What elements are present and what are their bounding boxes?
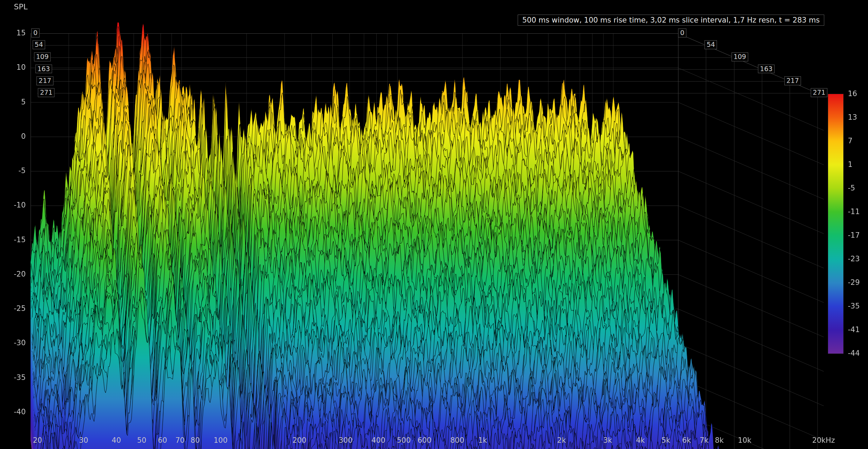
time-tick-label-right: 163: [758, 65, 775, 74]
time-tick-label-right: 109: [732, 52, 748, 61]
colorbar-tick-label: 13: [848, 113, 857, 122]
colorbar-tick-label: 1: [848, 160, 852, 169]
spl-tick-label: -20: [0, 270, 26, 279]
freq-tick-label: 20: [22, 436, 53, 445]
spl-tick-label: -15: [0, 235, 26, 244]
freq-tick-label: 100: [205, 436, 236, 445]
time-tick-label-right: 54: [704, 40, 717, 49]
spl-tick-label: -35: [0, 373, 26, 382]
measurement-settings-box: 500 ms window, 100 ms rise time, 3,02 ms…: [518, 15, 824, 26]
spl-tick-label: -5: [0, 166, 26, 175]
time-tick-label-left: 163: [35, 65, 52, 74]
spl-tick-label: 10: [0, 63, 26, 72]
colorbar-tick-label: -17: [848, 231, 860, 240]
colorbar-tick-label: 7: [848, 136, 852, 145]
freq-tick-label: 30: [68, 436, 99, 445]
colorbar: [828, 94, 843, 354]
time-tick-label-left: 0: [31, 28, 40, 37]
freq-tick-label: 3k: [592, 436, 623, 445]
spl-tick-label: -40: [0, 407, 26, 416]
freq-tick-label: 10k: [729, 436, 760, 445]
time-tick-label-right: 217: [784, 76, 801, 85]
colorbar-tick-label: -35: [848, 302, 860, 311]
spl-axis-title: SPL: [14, 2, 28, 12]
spl-tick-label: 0: [0, 132, 26, 141]
spl-tick-label: -30: [0, 338, 26, 347]
time-tick-label-left: 217: [36, 76, 53, 85]
colorbar-tick-label: 16: [848, 89, 857, 98]
freq-tick-label: 600: [409, 436, 440, 445]
colorbar-tick-label: -5: [848, 184, 855, 193]
spl-tick-label: 5: [0, 98, 26, 107]
colorbar-tick-label: -23: [848, 254, 860, 263]
time-tick-label-right: 271: [811, 88, 827, 97]
spl-tick-label: 15: [0, 28, 26, 37]
freq-tick-label: 20kHz: [808, 436, 839, 445]
freq-tick-label: 300: [330, 436, 361, 445]
time-tick-label-left: 109: [34, 52, 51, 61]
colorbar-tick-label: -44: [848, 349, 860, 358]
freq-tick-label: 200: [284, 436, 315, 445]
time-tick-label-right: 0: [678, 28, 686, 37]
spl-tick-label: -10: [0, 201, 26, 210]
colorbar-tick-label: -11: [848, 207, 860, 216]
colorbar-tick-label: -41: [848, 325, 860, 334]
freq-tick-label: 2k: [546, 436, 577, 445]
time-tick-label-left: 54: [33, 40, 45, 49]
waterfall-canvas[interactable]: [0, 0, 868, 449]
spl-tick-label: -25: [0, 304, 26, 313]
time-tick-label-left: 271: [38, 88, 55, 97]
freq-tick-label: 1k: [467, 436, 498, 445]
colorbar-tick-label: -29: [848, 278, 860, 287]
